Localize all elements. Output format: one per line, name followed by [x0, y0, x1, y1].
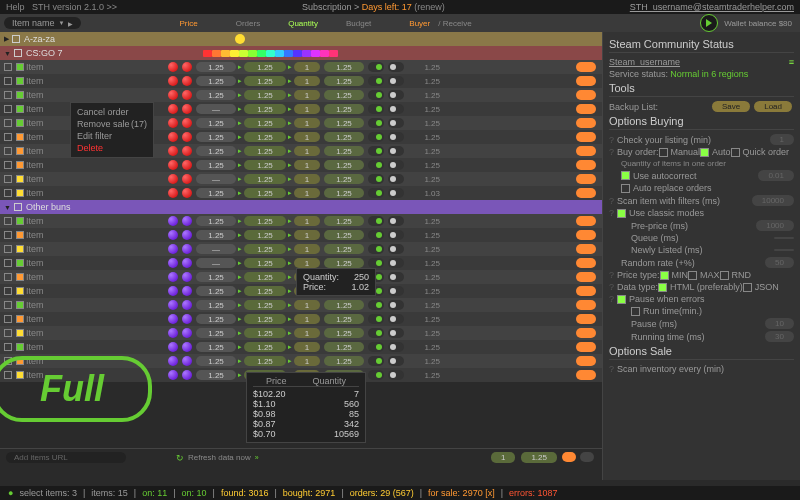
- toggle2[interactable]: [388, 244, 404, 254]
- item-row[interactable]: Item1.25▸1.25▸11.251.25: [0, 214, 602, 228]
- price-cell[interactable]: —: [196, 174, 236, 184]
- toggle1[interactable]: [368, 370, 384, 380]
- color-dot[interactable]: [182, 300, 192, 310]
- price-cell[interactable]: 1.25: [196, 342, 236, 352]
- row-checkbox[interactable]: [4, 273, 12, 281]
- row-status[interactable]: [16, 175, 24, 183]
- row-status[interactable]: [16, 273, 24, 281]
- bottom-toggle2[interactable]: [580, 452, 594, 462]
- collapse-icon[interactable]: ▼: [4, 50, 11, 57]
- running-value[interactable]: 30: [765, 331, 794, 342]
- toggle1[interactable]: [368, 216, 384, 226]
- order-cell[interactable]: 1.25: [244, 216, 286, 226]
- item-row[interactable]: Item—▸1.25▸11.251.25: [0, 242, 602, 256]
- group-title[interactable]: CS:GO 7: [26, 48, 63, 58]
- order-cell[interactable]: 1.25: [244, 132, 286, 142]
- price-cell[interactable]: 1.25: [196, 286, 236, 296]
- row-checkbox[interactable]: [4, 231, 12, 239]
- chevron-icon[interactable]: »: [255, 454, 259, 461]
- help-icon[interactable]: ?: [609, 135, 614, 145]
- col-quantity[interactable]: Quantity: [284, 19, 322, 28]
- toggle2[interactable]: [388, 370, 404, 380]
- help-icon[interactable]: ?: [609, 196, 614, 206]
- toggle2[interactable]: [388, 62, 404, 72]
- order-cell[interactable]: 1.25: [244, 300, 286, 310]
- qty-cell[interactable]: 1: [294, 76, 320, 86]
- color-dot[interactable]: [168, 188, 178, 198]
- budget-cell[interactable]: 1.25: [324, 146, 364, 156]
- order-cell[interactable]: 1.25: [244, 160, 286, 170]
- qty-cell[interactable]: 1: [294, 90, 320, 100]
- price-cell[interactable]: 1.25: [196, 76, 236, 86]
- row-status[interactable]: [16, 287, 24, 295]
- order-cell[interactable]: 1.25: [244, 272, 286, 282]
- row-toggle[interactable]: [576, 272, 596, 282]
- newly-value[interactable]: [774, 249, 794, 251]
- toggle1[interactable]: [368, 104, 384, 114]
- color-dot[interactable]: [182, 244, 192, 254]
- color-dot[interactable]: [168, 76, 178, 86]
- budget-cell[interactable]: 1.25: [324, 258, 364, 268]
- refresh-icon[interactable]: ↻: [176, 453, 184, 463]
- color-dot[interactable]: [168, 146, 178, 156]
- group-title[interactable]: Other buns: [26, 202, 71, 212]
- row-status[interactable]: [16, 133, 24, 141]
- qty-cell[interactable]: 1: [294, 160, 320, 170]
- row-checkbox[interactable]: [4, 287, 12, 295]
- row-checkbox[interactable]: [4, 133, 12, 141]
- color-dot[interactable]: [182, 104, 192, 114]
- ctx-delete[interactable]: Delete: [77, 142, 147, 154]
- budget-cell[interactable]: 1.25: [324, 300, 364, 310]
- load-button[interactable]: Load: [754, 101, 792, 112]
- row-toggle[interactable]: [576, 230, 596, 240]
- toggle2[interactable]: [388, 174, 404, 184]
- item-row[interactable]: Item1.25▸1.25▸11.251.25: [0, 340, 602, 354]
- row-toggle[interactable]: [576, 286, 596, 296]
- qty-cell[interactable]: 1: [294, 342, 320, 352]
- toggle2[interactable]: [388, 258, 404, 268]
- qty-cell[interactable]: 1: [294, 230, 320, 240]
- qty-cell[interactable]: 1: [294, 216, 320, 226]
- price-cell[interactable]: 1.25: [196, 146, 236, 156]
- order-cell[interactable]: 1.25: [244, 258, 286, 268]
- row-status[interactable]: [16, 105, 24, 113]
- steam-user[interactable]: Steam_username: [609, 57, 680, 67]
- price-cell[interactable]: 1.25: [196, 300, 236, 310]
- toggle1[interactable]: [368, 314, 384, 324]
- row-checkbox[interactable]: [4, 329, 12, 337]
- toggle1[interactable]: [368, 342, 384, 352]
- order-cell[interactable]: 1.25: [244, 118, 286, 128]
- order-cell[interactable]: 1.25: [244, 104, 286, 114]
- row-toggle[interactable]: [576, 118, 596, 128]
- toggle1[interactable]: [368, 258, 384, 268]
- color-dot[interactable]: [182, 370, 192, 380]
- budget-cell[interactable]: 1.25: [324, 160, 364, 170]
- qty-cell[interactable]: 1: [294, 62, 320, 72]
- color-palette[interactable]: [203, 50, 338, 57]
- item-row[interactable]: Item1.25▸1.25▸11.251.25: [0, 312, 602, 326]
- toggle2[interactable]: [388, 188, 404, 198]
- row-checkbox[interactable]: [4, 105, 12, 113]
- row-toggle[interactable]: [576, 300, 596, 310]
- check-listing-value[interactable]: 1: [770, 134, 794, 145]
- order-cell[interactable]: 1.25: [244, 62, 286, 72]
- row-checkbox[interactable]: [4, 63, 12, 71]
- classic-checkbox[interactable]: [617, 209, 626, 218]
- group-title[interactable]: A-za-za: [24, 34, 55, 44]
- row-toggle[interactable]: [576, 314, 596, 324]
- price-cell[interactable]: —: [196, 258, 236, 268]
- item-row[interactable]: Item1.25▸1.25▸11.251.25: [0, 158, 602, 172]
- row-checkbox[interactable]: [4, 189, 12, 197]
- help-icon[interactable]: ?: [609, 270, 614, 280]
- color-dot[interactable]: [168, 272, 178, 282]
- ctx-edit[interactable]: Edit filter: [77, 130, 147, 142]
- account-email[interactable]: STH_username@steamtraderhelper.com: [630, 2, 794, 12]
- col-price[interactable]: Price: [175, 19, 201, 28]
- color-dot[interactable]: [182, 118, 192, 128]
- itemname-dropdown[interactable]: Item name▼▶: [4, 17, 81, 29]
- color-dot[interactable]: [235, 34, 245, 44]
- qty-cell[interactable]: 1: [294, 174, 320, 184]
- color-dot[interactable]: [168, 328, 178, 338]
- color-dot[interactable]: [168, 160, 178, 170]
- color-dot[interactable]: [168, 286, 178, 296]
